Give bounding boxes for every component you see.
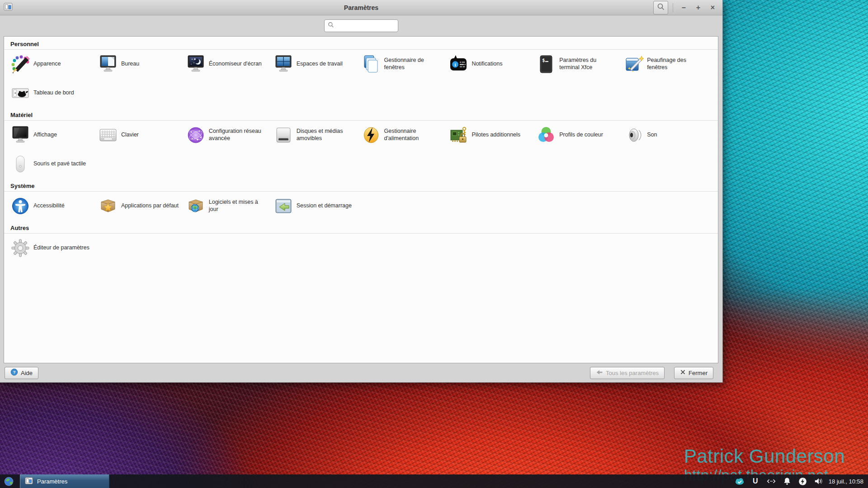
item-label: Profils de couleur xyxy=(559,131,603,139)
settings-item-terminal[interactable]: $ Paramètres du terminal Xfce xyxy=(536,50,624,79)
titlebar[interactable]: Paramètres – + × xyxy=(0,0,722,15)
section-title: Matériel xyxy=(4,108,718,119)
task-button-label: Paramètres xyxy=(37,478,67,485)
back-arrow-icon xyxy=(596,369,603,377)
titlebar-separator xyxy=(673,3,673,12)
maximize-button[interactable]: + xyxy=(692,1,704,14)
settings-item-gestionnaire-fenetres[interactable]: Gestionnaire de fenêtres xyxy=(361,50,449,79)
settings-item-notifications[interactable]: i Notifications xyxy=(448,50,536,79)
settings-item-peaufinage[interactable]: Peaufinage des fenêtres xyxy=(624,50,712,79)
volume-icon[interactable] xyxy=(814,476,824,486)
color-profiles-icon xyxy=(536,125,556,145)
settings-item-profils-couleur[interactable]: Profils de couleur xyxy=(536,121,624,150)
settings-editor-icon xyxy=(10,238,30,258)
item-label: Gestionnaire d'alimentation xyxy=(384,128,442,142)
item-label: Accessibilité xyxy=(33,202,65,210)
display-icon xyxy=(10,125,30,145)
search-icon xyxy=(327,21,335,30)
settings-item-espaces[interactable]: Espaces de travail xyxy=(274,50,361,79)
item-label: Logiciels et mises à jour xyxy=(209,199,267,213)
item-label: Son xyxy=(647,131,657,139)
system-tray: U xyxy=(735,476,824,486)
minimize-button[interactable]: – xyxy=(678,1,690,14)
notifications-icon: i xyxy=(448,54,468,74)
settings-panel: Personnel Apparence xyxy=(4,36,718,363)
help-button[interactable]: ? Aide xyxy=(5,367,38,379)
close-button-label: Fermer xyxy=(689,370,708,376)
globe-icon xyxy=(4,477,14,486)
taskbar-task-parametres[interactable]: Paramètres xyxy=(20,474,109,488)
panel-icon xyxy=(10,83,30,103)
search-row xyxy=(0,15,722,36)
svg-text:i: i xyxy=(455,62,456,67)
titlebar-search-button[interactable] xyxy=(653,1,668,14)
power-tray-icon[interactable] xyxy=(798,476,808,486)
settings-item-tableau-de-bord[interactable]: Tableau de bord xyxy=(10,79,98,108)
window-manager-icon xyxy=(361,54,381,74)
window-title: Paramètres xyxy=(0,4,722,11)
network-tray-icon[interactable] xyxy=(766,476,776,486)
search-input[interactable] xyxy=(336,22,395,30)
item-label: Bureau xyxy=(121,61,139,68)
network-icon xyxy=(186,125,206,145)
removable-media-icon xyxy=(274,125,293,145)
all-settings-button[interactable]: Tous les paramètres xyxy=(590,367,665,379)
item-label: Session et démarrage xyxy=(297,202,352,210)
section-materiel: Matériel Affichage xyxy=(4,108,718,178)
window-footer: ? Aide Tous les paramètres Fermer xyxy=(0,363,722,382)
screensaver-icon xyxy=(186,54,206,74)
settings-item-reseau[interactable]: Configuration réseau avancée xyxy=(186,121,274,150)
section-title: Personnel xyxy=(4,37,718,48)
item-label: Pilotes additionnels xyxy=(472,131,520,139)
settings-item-disques[interactable]: Disques et médias amovibles xyxy=(274,121,361,150)
all-settings-button-label: Tous les paramètres xyxy=(606,370,659,376)
session-icon xyxy=(274,196,293,216)
item-label: Paramètres du terminal Xfce xyxy=(559,57,617,71)
settings-item-affichage[interactable]: Affichage xyxy=(10,121,98,150)
settings-item-souris[interactable]: Souris et pavé tactile xyxy=(10,150,98,178)
mouse-icon xyxy=(10,154,30,174)
svg-text:$: $ xyxy=(542,57,545,63)
section-autres: Autres xyxy=(4,221,718,263)
settings-item-economiseur[interactable]: Économiseur d'écran xyxy=(186,50,274,79)
settings-item-pilotes[interactable]: Pilotes additionnels xyxy=(448,121,536,150)
settings-item-accessibilite[interactable]: Accessibilité xyxy=(10,192,98,221)
settings-window: Paramètres – + × xyxy=(0,0,723,383)
terminal-icon: $ xyxy=(536,54,556,74)
settings-item-alimentation[interactable]: Gestionnaire d'alimentation xyxy=(361,121,449,150)
messaging-u-icon[interactable]: U xyxy=(750,476,760,486)
workspaces-icon xyxy=(274,54,293,74)
settings-item-editeur-parametres[interactable]: Éditeur de paramètres xyxy=(10,234,98,263)
applications-menu-button[interactable] xyxy=(4,477,14,486)
power-manager-icon xyxy=(361,125,381,145)
taskbar: Paramètres U 18 juil., 10:58 xyxy=(0,474,868,488)
close-window-button[interactable]: Fermer xyxy=(674,367,713,379)
search-icon xyxy=(656,2,665,13)
cloud-sync-icon[interactable] xyxy=(735,476,745,486)
desktop-icon xyxy=(98,54,118,74)
close-icon xyxy=(680,369,686,376)
settings-manager-icon xyxy=(25,477,33,486)
default-apps-icon xyxy=(98,196,118,216)
item-label: Économiseur d'écran xyxy=(209,61,262,68)
help-icon: ? xyxy=(10,368,18,377)
appearance-icon xyxy=(10,54,30,74)
settings-item-apparence[interactable]: Apparence xyxy=(10,50,98,79)
drivers-icon xyxy=(448,125,468,145)
settings-item-bureau[interactable]: Bureau xyxy=(98,50,186,79)
settings-item-session[interactable]: Session et démarrage xyxy=(274,192,361,221)
item-label: Affichage xyxy=(33,131,57,139)
item-label: Souris et pavé tactile xyxy=(33,160,86,168)
settings-item-son[interactable]: Son xyxy=(624,121,712,150)
clock[interactable]: 18 juil., 10:58 xyxy=(829,478,863,485)
bell-icon[interactable] xyxy=(782,476,792,486)
close-button[interactable]: × xyxy=(707,1,719,14)
search-box[interactable] xyxy=(324,19,398,32)
item-label: Peaufinage des fenêtres xyxy=(647,57,705,71)
settings-item-applications-defaut[interactable]: Applications par défaut xyxy=(98,192,186,221)
item-label: Espaces de travail xyxy=(297,61,343,68)
window-tweaks-icon xyxy=(624,54,644,74)
sound-icon xyxy=(624,125,644,145)
settings-item-clavier[interactable]: Clavier xyxy=(98,121,186,150)
settings-item-logiciels[interactable]: Logiciels et mises à jour xyxy=(186,192,274,221)
